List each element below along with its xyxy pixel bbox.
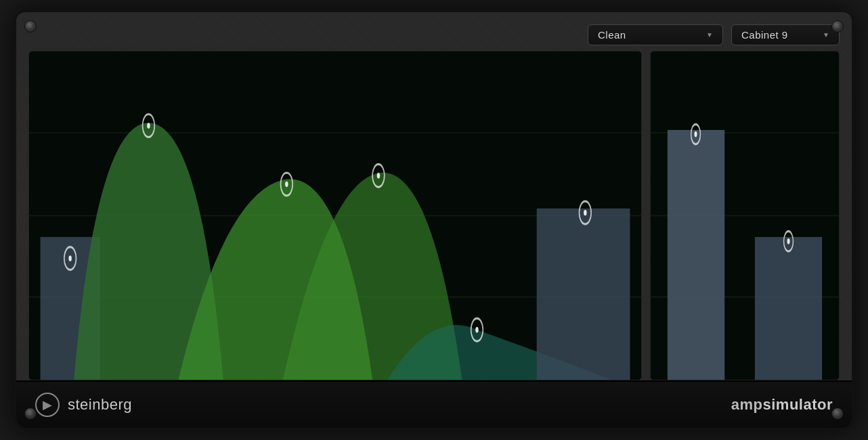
svg-point-7 — [68, 256, 71, 261]
product-name: ampsimulator — [731, 396, 833, 414]
steinberg-brand: ▶ steinberg — [35, 393, 132, 417]
steinberg-icon: ▶ — [35, 393, 60, 417]
plugin-container: Clean ▼ Cabinet 9 ▼ — [14, 10, 854, 430]
svg-point-27 — [787, 238, 790, 244]
eq-display — [28, 51, 642, 380]
svg-point-9 — [147, 123, 150, 128]
brand-name: steinberg — [68, 396, 132, 414]
screw-bottom-left — [24, 408, 37, 420]
svg-point-11 — [285, 181, 288, 187]
amp-selector-label: Clean — [598, 29, 626, 41]
svg-point-15 — [475, 327, 478, 332]
screw-top-left — [24, 20, 37, 32]
product-bold-text: simulator — [762, 396, 833, 413]
product-text: amp — [731, 396, 763, 413]
cabinet-selector[interactable]: Cabinet 9 ▼ — [731, 24, 840, 45]
amp-selector[interactable]: Clean ▼ — [588, 24, 723, 45]
main-area: Clean ▼ Cabinet 9 ▼ — [16, 12, 852, 380]
cabinet-selector-label: Cabinet 9 — [741, 29, 788, 41]
svg-rect-5 — [537, 208, 630, 380]
amp-selector-arrow: ▼ — [706, 31, 713, 39]
footer: ▶ steinberg ampsimulator — [16, 380, 852, 428]
svg-point-13 — [377, 173, 380, 178]
svg-rect-23 — [755, 237, 822, 380]
selectors-row: Clean ▼ Cabinet 9 ▼ — [28, 24, 840, 45]
screw-top-right — [831, 20, 844, 32]
svg-point-17 — [584, 210, 586, 215]
displays-row — [28, 51, 840, 380]
cabinet-selector-arrow: ▼ — [823, 31, 829, 39]
svg-point-25 — [695, 131, 697, 137]
screw-bottom-right — [831, 408, 844, 420]
svg-rect-22 — [668, 130, 724, 380]
cabinet-display — [650, 51, 840, 380]
